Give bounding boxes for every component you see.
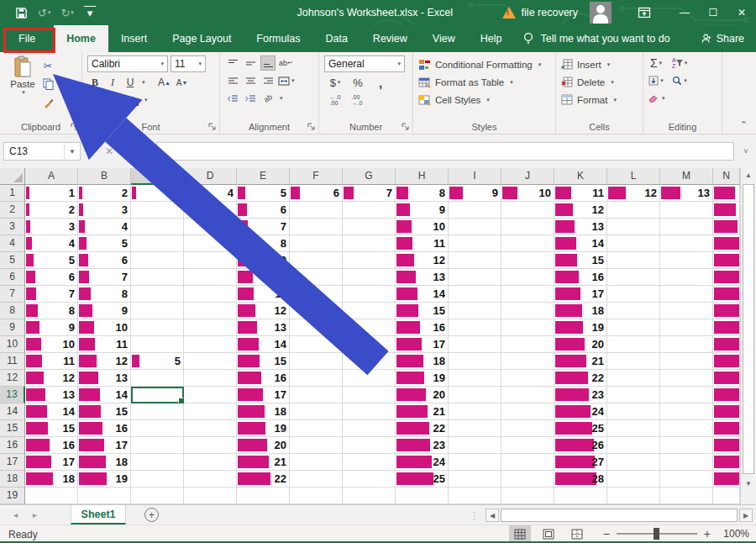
select-all-corner[interactable] xyxy=(0,168,25,185)
align-right-button[interactable] xyxy=(260,73,276,88)
cell-A9[interactable]: 9 xyxy=(25,319,78,336)
cell-C9[interactable] xyxy=(131,319,184,336)
cell-A13[interactable]: 13 xyxy=(25,387,78,403)
column-header-L[interactable]: L xyxy=(607,168,660,185)
cell-E1[interactable]: 5 xyxy=(237,185,290,202)
cell-C14[interactable] xyxy=(131,403,184,420)
cell-C16[interactable] xyxy=(131,437,184,454)
cell-E12[interactable]: 16 xyxy=(237,370,290,387)
cell-E16[interactable]: 20 xyxy=(237,437,290,454)
font-dialog-launcher[interactable] xyxy=(208,123,217,131)
cell-M1[interactable]: 13 xyxy=(660,185,713,202)
copy-button[interactable] xyxy=(40,76,55,92)
cell-F5[interactable] xyxy=(290,252,343,269)
cell-J7[interactable] xyxy=(501,286,554,303)
cell-K17[interactable]: 27 xyxy=(554,454,607,471)
find-select-button[interactable]: ▾ xyxy=(672,73,687,88)
cell-H7[interactable]: 14 xyxy=(396,286,449,303)
increase-decimal-button[interactable]: ←.0.00 xyxy=(328,92,343,108)
cell-C4[interactable] xyxy=(131,235,184,252)
cell-A7[interactable]: 7 xyxy=(25,286,78,303)
percent-button[interactable]: % xyxy=(350,75,365,90)
fill-color-button[interactable]: ▾ xyxy=(106,92,123,108)
cell-M10[interactable] xyxy=(660,336,713,353)
cell-N1[interactable] xyxy=(713,185,740,202)
cell-M3[interactable] xyxy=(660,219,713,235)
cell-N19[interactable] xyxy=(713,488,740,504)
decrease-font-button[interactable]: A▼ xyxy=(175,75,190,90)
cell-H4[interactable]: 11 xyxy=(396,235,449,252)
cell-N7[interactable] xyxy=(713,286,740,303)
cell-G19[interactable] xyxy=(343,488,396,504)
cell-G13[interactable] xyxy=(343,387,396,403)
cell-E19[interactable] xyxy=(237,488,290,504)
cell-I2[interactable] xyxy=(449,202,501,219)
column-header-F[interactable]: F xyxy=(290,168,343,185)
cell-I9[interactable] xyxy=(449,319,501,336)
cell-F16[interactable] xyxy=(290,437,343,454)
cell-B2[interactable]: 3 xyxy=(78,202,131,219)
name-box[interactable]: C13 ▼ xyxy=(3,142,81,161)
cell-C3[interactable] xyxy=(131,219,184,235)
cell-I18[interactable] xyxy=(449,471,501,488)
cell-L11[interactable] xyxy=(607,353,660,370)
cell-H5[interactable]: 12 xyxy=(396,252,449,269)
cell-C11[interactable]: 5 xyxy=(131,353,184,370)
cell-L19[interactable] xyxy=(607,488,660,504)
cell-C19[interactable] xyxy=(131,488,184,504)
cell-L18[interactable] xyxy=(607,471,660,488)
cell-E13[interactable]: 17 xyxy=(237,387,290,403)
cell-A3[interactable]: 3 xyxy=(25,219,78,235)
cell-K6[interactable]: 16 xyxy=(554,269,607,286)
increase-indent-button[interactable] xyxy=(243,91,258,106)
cell-M8[interactable] xyxy=(660,303,713,319)
formula-bar-handle[interactable]: ⋮ xyxy=(86,146,95,157)
cell-E4[interactable]: 8 xyxy=(237,235,290,252)
zoom-slider[interactable] xyxy=(617,533,697,535)
cell-G10[interactable] xyxy=(343,336,396,353)
normal-view-button[interactable] xyxy=(509,525,531,542)
tab-page-layout[interactable]: Page Layout xyxy=(160,25,244,52)
cell-G9[interactable] xyxy=(343,319,396,336)
row-header-19[interactable]: 19 xyxy=(0,488,25,504)
cell-L10[interactable] xyxy=(607,336,660,353)
sheet-nav-right-icon[interactable]: ▸ xyxy=(33,510,37,519)
cell-N9[interactable] xyxy=(713,319,740,336)
borders-button[interactable]: ▾ xyxy=(87,92,103,108)
tab-review[interactable]: Review xyxy=(360,25,420,52)
cell-D16[interactable] xyxy=(184,437,237,454)
cell-A10[interactable]: 10 xyxy=(25,336,78,353)
clear-button[interactable]: ▾ xyxy=(648,91,665,106)
cell-D19[interactable] xyxy=(184,488,237,504)
cell-G1[interactable]: 7 xyxy=(343,185,396,202)
cell-N17[interactable] xyxy=(713,454,740,471)
scroll-up-icon[interactable]: ▲ xyxy=(741,168,756,182)
cell-L9[interactable] xyxy=(607,319,660,336)
cell-G8[interactable] xyxy=(343,303,396,319)
cell-H8[interactable]: 15 xyxy=(396,303,449,319)
insert-cells-button[interactable]: Insert▾ xyxy=(561,55,639,73)
cell-L14[interactable] xyxy=(607,403,660,420)
cell-J11[interactable] xyxy=(501,353,554,370)
cell-H15[interactable]: 22 xyxy=(396,420,449,437)
cell-H18[interactable]: 25 xyxy=(396,471,449,488)
cell-C10[interactable] xyxy=(131,336,184,353)
cell-N8[interactable] xyxy=(713,303,740,319)
cell-M9[interactable] xyxy=(660,319,713,336)
user-avatar[interactable] xyxy=(590,2,612,24)
zoom-slider-thumb[interactable] xyxy=(654,528,659,540)
cell-N5[interactable] xyxy=(713,252,740,269)
cell-L1[interactable]: 12 xyxy=(607,185,660,202)
number-dialog-launcher[interactable] xyxy=(402,123,410,131)
cell-K7[interactable]: 17 xyxy=(554,286,607,303)
file-recovery-notice[interactable]: file recovery xyxy=(502,7,578,18)
cell-C1[interactable]: 3 xyxy=(131,185,184,202)
cell-B14[interactable]: 15 xyxy=(78,403,131,420)
wrap-text-button[interactable]: ab↩ xyxy=(278,55,293,71)
italic-button[interactable]: I xyxy=(105,75,120,90)
cell-J14[interactable] xyxy=(501,403,554,420)
cell-D6[interactable] xyxy=(184,269,237,286)
cell-H9[interactable]: 16 xyxy=(396,319,449,336)
autosum-button[interactable]: Σ▾ xyxy=(648,55,664,71)
cell-A15[interactable]: 15 xyxy=(25,420,78,437)
